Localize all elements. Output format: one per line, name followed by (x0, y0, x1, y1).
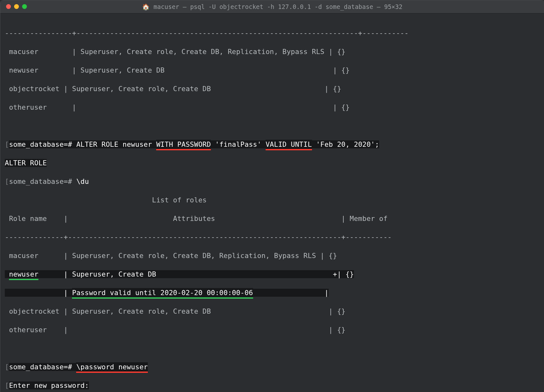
cell: newuser (5, 66, 72, 74)
cmd-text: 'finalPass' (211, 140, 266, 148)
minimize-icon[interactable] (14, 4, 19, 9)
bracket-icon: [ (5, 381, 9, 389)
cell: otheruser (5, 326, 64, 334)
bracket-icon: [ (5, 363, 9, 371)
cell: macuser (5, 252, 64, 260)
command-line: [some_database=# \du (5, 177, 540, 186)
table-row: newuser | Superuser, Create DB | {} (5, 66, 540, 75)
cell: | {} (324, 85, 341, 93)
cell: | Superuser, Create DB + (64, 270, 337, 278)
cell: | {} (329, 307, 346, 315)
cell: | Superuser, Create role, Create DB (64, 85, 324, 93)
bracket-icon: [ (5, 140, 9, 148)
window-controls (6, 4, 27, 9)
separator-line: ----------------+-----------------------… (5, 28, 540, 38)
cell: | Superuser, Create role, Create DB, Rep… (72, 48, 329, 56)
cell: objectrocket (5, 85, 64, 93)
cell: | {} (333, 103, 350, 111)
table-title: List of roles (5, 195, 540, 205)
cmd-text: 'Feb 20, 2020'; (312, 140, 379, 148)
separator-line: --------------+-------------------------… (5, 232, 540, 242)
cell (5, 289, 64, 297)
cell: | {} (329, 48, 346, 56)
window-title: 🏠 macuser — psql -U objectrocket -h 127.… (0, 3, 544, 11)
table-row: newuser | Superuser, Create DB +| {} (5, 270, 540, 279)
output-line: [Enter new password: (5, 381, 540, 390)
cell: otheruser (5, 103, 72, 111)
output-line: ALTER ROLE (5, 158, 540, 168)
cell: | Superuser, Create DB (72, 66, 333, 74)
table-row: macuser | Superuser, Create role, Create… (5, 47, 540, 56)
prompt: some_database=# (9, 363, 76, 371)
prompt: some_database=# (9, 140, 76, 148)
bracket-icon: [ (5, 177, 9, 185)
cell: | (72, 103, 333, 111)
terminal-window: 🏠 macuser — psql -U objectrocket -h 127.… (0, 0, 544, 392)
cell: | (64, 289, 72, 297)
cell: | Superuser, Create role, Create DB, Rep… (64, 252, 320, 260)
cell: objectrocket (5, 307, 64, 315)
cell: | {} (320, 252, 337, 260)
table-row: | Password valid until 2020-02-20 00:00:… (5, 288, 540, 297)
prompt: some_database=# (9, 177, 76, 185)
sql-response: ALTER ROLE (5, 159, 47, 167)
maximize-icon[interactable] (22, 4, 27, 9)
cell: | {} (333, 66, 350, 74)
blank-line (5, 344, 540, 353)
cmd-keyword: VALID UNTIL (266, 140, 312, 149)
cmd-text: \du (76, 177, 89, 185)
command-line: [some_database=# ALTER ROLE newuser WITH… (5, 140, 540, 149)
table-row: otheruser | | {} (5, 103, 540, 112)
cell: | {} (337, 270, 354, 278)
table-row: objectrocket | Superuser, Create role, C… (5, 307, 540, 316)
terminal-body[interactable]: ----------------+-----------------------… (0, 13, 544, 392)
blank-line (5, 121, 540, 130)
cmd-keyword: WITH PASSWORD (156, 140, 211, 149)
command-line: [some_database=# \password newuser (5, 362, 540, 372)
table-row: objectrocket | Superuser, Create role, C… (5, 84, 540, 93)
table-row: otheruser | | {} (5, 325, 540, 334)
cell: macuser (5, 48, 72, 56)
password-prompt: Enter new password: (9, 381, 89, 389)
cell (253, 289, 324, 297)
cell: | Superuser, Create role, Create DB (64, 307, 329, 315)
role-newuser: newuser (9, 270, 38, 279)
cmd-password: \password newuser (76, 362, 148, 372)
titlebar: 🏠 macuser — psql -U objectrocket -h 127.… (0, 0, 544, 13)
cmd-text: ALTER ROLE newuser (76, 140, 156, 148)
password-valid-until: Password valid until 2020-02-20 00:00:00… (72, 288, 253, 297)
table-row: macuser | Superuser, Create role, Create… (5, 251, 540, 260)
cell: | (64, 326, 329, 334)
close-icon[interactable] (6, 4, 11, 9)
table-header: Role name | Attributes | Member of (5, 214, 540, 223)
cell: | {} (329, 326, 346, 334)
cell: | (324, 289, 329, 297)
